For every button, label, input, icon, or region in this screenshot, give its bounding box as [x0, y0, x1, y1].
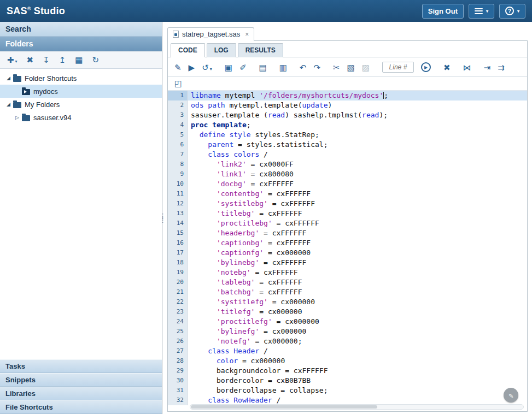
print-preview-icon[interactable]: ▤ — [259, 63, 266, 72]
code-line[interactable]: 28 color = cx000000 — [168, 356, 527, 366]
code-line[interactable]: 31 bordercollapse = collapse; — [168, 386, 527, 395]
line-number: 19 — [168, 268, 188, 277]
maximize-icon[interactable]: ◰ — [174, 79, 182, 88]
code-text: ods path mytempl.template(update) — [188, 100, 527, 110]
sidebar-section-folders[interactable]: Folders — [0, 37, 162, 51]
code-line[interactable]: 21 'batchbg' = cxFFFFFF — [168, 287, 527, 297]
help-button[interactable]: ? ▾ — [499, 4, 525, 19]
code-line[interactable]: 9 'link1' = cx800080 — [168, 169, 527, 179]
refresh-icon[interactable]: ↻ — [92, 56, 100, 64]
code-line[interactable]: 23 'titlefg' = cx000000 — [168, 307, 527, 317]
tab-log[interactable]: LOG — [207, 43, 236, 57]
download-icon[interactable]: ↧ — [43, 56, 50, 64]
undo-icon[interactable]: ↶ — [300, 63, 307, 72]
goto-line-input[interactable] — [382, 62, 414, 73]
run-icon[interactable]: ▶ — [189, 63, 195, 72]
folders-tree: ◢Folder Shortcutsmydocs◢My Folders▷sasus… — [0, 69, 162, 359]
code-line[interactable]: 29 backgroundcolor = cxFFFFFF — [168, 366, 527, 376]
code-line[interactable]: 8 'link2' = cx0000FF — [168, 159, 527, 169]
document-tab[interactable]: statrep_tagset.sas × — [167, 27, 254, 41]
code-line[interactable]: 12 'systitlebg' = cxFFFFFF — [168, 199, 527, 209]
code-line[interactable]: 26 'notefg' = cx000000; — [168, 336, 527, 346]
close-tab-icon[interactable]: × — [245, 31, 249, 38]
upload-icon[interactable]: ↥ — [59, 56, 66, 64]
expanded-caret-icon[interactable]: ◢ — [4, 75, 13, 81]
code-line[interactable]: 6 parent = styles.statistical; — [168, 140, 527, 150]
sign-out-label: Sign Out — [428, 7, 458, 15]
paste-icon[interactable]: ▧ — [347, 63, 355, 72]
code-line[interactable]: 24 'proctitlefg' = cx000000 — [168, 317, 527, 327]
code-line[interactable]: 18 'bylinebg' = cxFFFFFF — [168, 258, 527, 268]
code-line[interactable]: 25 'bylinefg' = cx000000 — [168, 327, 527, 336]
code-editor[interactable]: 1libname mytempl '/folders/myshortcuts/m… — [168, 91, 527, 411]
code-line[interactable]: 10 'docbg' = cxFFFFFF — [168, 179, 527, 189]
line-number: 6 — [168, 140, 188, 150]
save-as-icon[interactable]: ✐ — [239, 63, 247, 72]
edit-program-icon[interactable]: ✎ — [174, 63, 182, 72]
format-code-icon[interactable]: ⇉ — [498, 63, 505, 72]
code-text: 'proctitlefg' = cx000000 — [188, 317, 527, 327]
code-line[interactable]: 30 bordercolor = cxB0B7BB — [168, 376, 527, 386]
horizontal-scrollbar[interactable] — [190, 404, 524, 410]
tree-item-my-folders[interactable]: ◢My Folders — [0, 98, 162, 111]
code-text: 'systitlebg' = cxFFFFFF — [188, 199, 527, 209]
sidebar-section-snippets[interactable]: Snippets — [0, 373, 162, 387]
code-line[interactable]: 2ods path mytempl.template(update) — [168, 100, 527, 110]
tab-code[interactable]: CODE — [171, 43, 205, 57]
tree-item-folder-shortcuts[interactable]: ◢Folder Shortcuts — [0, 72, 162, 85]
line-number: 5 — [168, 130, 188, 140]
delete-icon[interactable]: ✖ — [27, 56, 34, 64]
code-line[interactable]: 17 'captionfg' = cx000000 — [168, 248, 527, 258]
folders-toolbar: ✚▾✖↧↥▦↻ — [0, 51, 162, 69]
sidebar-section-search[interactable]: Search — [0, 22, 162, 37]
code-line[interactable]: 22 'systitlefg' = cx000000 — [168, 297, 527, 307]
code-line[interactable]: 16 'captionbg' = cxFFFFFF — [168, 238, 527, 248]
tree-item-mydocs[interactable]: mydocs — [0, 85, 162, 98]
find-replace-icon[interactable]: ⋈ — [463, 63, 471, 72]
tree-item-sasuser-v94[interactable]: ▷sasuser.v94 — [0, 111, 162, 124]
code-line[interactable]: 5 define style styles.StatRep; — [168, 130, 527, 140]
code-line[interactable]: 20 'tablebg' = cxFFFFFF — [168, 277, 527, 287]
code-line[interactable]: 13 'titlebg' = cxFFFFFF — [168, 209, 527, 218]
code-line[interactable]: 3sasuser.template (read) sashelp.tmplmst… — [168, 110, 527, 120]
sidebar-section-libraries[interactable]: Libraries — [0, 387, 162, 400]
cut-icon[interactable]: ✂ — [333, 63, 340, 72]
redo-icon[interactable]: ↷ — [313, 63, 320, 72]
new-item-icon[interactable]: ✚▾ — [7, 56, 17, 64]
code-line[interactable]: 4proc template; — [168, 120, 527, 130]
line-number: 26 — [168, 336, 188, 346]
line-number: 4 — [168, 120, 188, 130]
sidebar-section-tasks[interactable]: Tasks — [0, 359, 162, 373]
code-line[interactable]: 1libname mytempl '/folders/myshortcuts/m… — [168, 91, 527, 100]
document-tab-strip: statrep_tagset.sas × — [167, 25, 528, 40]
code-line[interactable]: 19 'notebg' = cxFFFFFF — [168, 268, 527, 277]
code-text: 'captionbg' = cxFFFFFF — [188, 238, 527, 248]
chevron-down-icon: ▾ — [517, 9, 519, 14]
shift-right-icon[interactable]: ⇥ — [484, 63, 491, 72]
code-text: libname mytempl '/folders/myshortcuts/my… — [188, 91, 527, 100]
print-icon[interactable]: ▥ — [279, 63, 287, 72]
code-line[interactable]: 11 'contentbg' = cxFFFFFF — [168, 189, 527, 199]
properties-icon[interactable]: ▦ — [75, 56, 83, 64]
goto-line-button[interactable]: ▶ — [421, 62, 431, 72]
splitter-handle[interactable]: ⋮⋮ — [159, 214, 162, 222]
expanded-caret-icon[interactable]: ◢ — [4, 102, 13, 107]
application-menu-button[interactable]: ▾ — [469, 4, 494, 19]
chevron-down-icon: ▾ — [486, 9, 488, 14]
save-icon[interactable]: ▣ — [225, 63, 232, 72]
code-line[interactable]: 15 'headerbg' = cxFFFFFF — [168, 228, 527, 238]
folder-icon — [13, 102, 21, 108]
code-line[interactable]: 7 class colors / — [168, 150, 527, 159]
code-text: 'bylinebg' = cxFFFFFF — [188, 258, 527, 268]
sidebar-section-file-shortcuts[interactable]: File Shortcuts — [0, 400, 162, 414]
tab-results[interactable]: RESULTS — [238, 43, 283, 57]
code-line[interactable]: 14 'proctitlebg' = cxFFFFFF — [168, 218, 527, 228]
edit-mode-badge[interactable]: ✎ — [504, 388, 518, 403]
clear-code-icon[interactable]: ✖ — [443, 63, 451, 72]
code-line[interactable]: 27 class Header / — [168, 346, 527, 356]
submission-history-icon[interactable]: ↺ — [202, 63, 209, 72]
sign-out-button[interactable]: Sign Out — [422, 4, 464, 19]
code-text: proc template; — [188, 120, 527, 130]
horizontal-scrollbar-thumb[interactable] — [191, 405, 377, 409]
collapsed-caret-icon[interactable]: ▷ — [13, 115, 21, 120]
